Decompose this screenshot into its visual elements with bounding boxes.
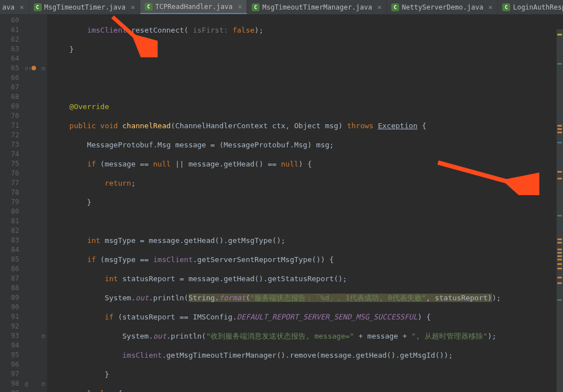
line-number: 68 <box>2 92 19 102</box>
tab-bar: ava × C MsgTimeoutTimer.java × C TCPRead… <box>0 0 563 15</box>
code-editor[interactable]: imsClient.resetConnect( isFirst: false);… <box>47 15 563 392</box>
line-number: 83 <box>2 236 19 245</box>
line-number: 69 <box>2 102 19 111</box>
line-number: 81 <box>2 217 19 226</box>
tab-label: NettyServerDemo.java <box>402 3 484 11</box>
line-number: 66 <box>2 73 19 83</box>
line-number: 75 <box>2 159 19 169</box>
line-number: 74 <box>2 150 19 159</box>
close-icon[interactable]: × <box>377 3 382 11</box>
tab-label: ava <box>2 3 15 11</box>
line-number: 82 <box>2 226 19 236</box>
tab-label: MsgTimeoutTimerManager.java <box>262 3 372 11</box>
tab-nettyserverdemo[interactable]: C NettyServerDemo.java × <box>387 0 498 14</box>
tab-msgtimeouttimermanager[interactable]: C MsgTimeoutTimerManager.java × <box>247 0 387 14</box>
line-number: 65 <box>2 64 19 73</box>
line-number: 77 <box>2 178 19 188</box>
line-number: 93 <box>2 331 19 341</box>
line-number: 73 <box>2 140 19 150</box>
fold-toggle-icon[interactable]: ⊟ <box>39 331 47 341</box>
tab-label: TCPReadHandler.java <box>155 3 233 11</box>
close-icon[interactable]: × <box>20 3 24 11</box>
line-number: 99 <box>2 389 19 392</box>
tab-label: MsgTimeoutTimer.java <box>44 3 126 11</box>
line-number: 79 <box>2 197 19 207</box>
line-number: 95 <box>2 350 19 360</box>
fold-gutter: ⊟ ⊟ ⊟ <box>39 15 47 392</box>
error-stripe[interactable] <box>556 29 563 392</box>
line-number: 78 <box>2 188 19 197</box>
line-number: 98 <box>2 379 19 389</box>
line-number: 84 <box>2 245 19 255</box>
line-number: 62 <box>2 35 19 44</box>
at-icon[interactable]: @ <box>25 379 28 389</box>
line-number: 76 <box>2 169 19 178</box>
fold-toggle-icon[interactable]: ⊟ <box>39 64 47 73</box>
gutter-marker-icon[interactable] <box>32 66 36 70</box>
line-number: 88 <box>2 283 19 293</box>
line-number: 64 <box>2 54 19 64</box>
java-class-icon: C <box>34 3 42 11</box>
tab-tcpreadhandler[interactable]: C TCPReadHandler.java × <box>140 0 247 14</box>
line-number: 96 <box>2 360 19 370</box>
close-icon[interactable]: × <box>238 2 242 11</box>
line-number: 72 <box>2 130 19 140</box>
line-number: 94 <box>2 341 19 350</box>
line-number-gutter: 6061626364656667686970717273747576777879… <box>0 15 24 392</box>
tab-partial-left[interactable]: ava × <box>0 0 29 14</box>
line-number: 92 <box>2 322 19 331</box>
gutter-icons: o↑ @ <box>24 15 39 392</box>
line-number: 89 <box>2 293 19 303</box>
line-number: 85 <box>2 255 19 264</box>
line-number: 71 <box>2 121 19 130</box>
line-number: 86 <box>2 264 19 274</box>
line-number: 67 <box>2 83 19 92</box>
line-number: 70 <box>2 111 19 121</box>
java-class-icon: C <box>252 3 260 11</box>
tab-msgtimeouttimer[interactable]: C MsgTimeoutTimer.java × <box>29 0 140 14</box>
line-number: 97 <box>2 370 19 379</box>
close-icon[interactable]: × <box>488 3 493 11</box>
line-number: 63 <box>2 44 19 54</box>
line-number: 87 <box>2 274 19 283</box>
java-class-icon: C <box>145 3 153 11</box>
line-number: 90 <box>2 303 19 312</box>
override-icon[interactable]: o↑ <box>25 64 32 73</box>
close-icon[interactable]: × <box>131 3 135 11</box>
line-number: 61 <box>2 25 19 35</box>
tab-loginauthresphandler[interactable]: C LoginAuthRespHandler.java × <box>498 0 563 14</box>
editor-area: 6061626364656667686970717273747576777879… <box>0 15 563 392</box>
java-class-icon: C <box>502 3 510 11</box>
line-number: 80 <box>2 207 19 217</box>
line-number: 60 <box>2 16 19 25</box>
fold-toggle-icon[interactable]: ⊟ <box>39 379 47 389</box>
line-number: 91 <box>2 312 19 322</box>
java-class-icon: C <box>391 3 399 11</box>
tab-label: LoginAuthRespHandler.java <box>513 3 563 11</box>
